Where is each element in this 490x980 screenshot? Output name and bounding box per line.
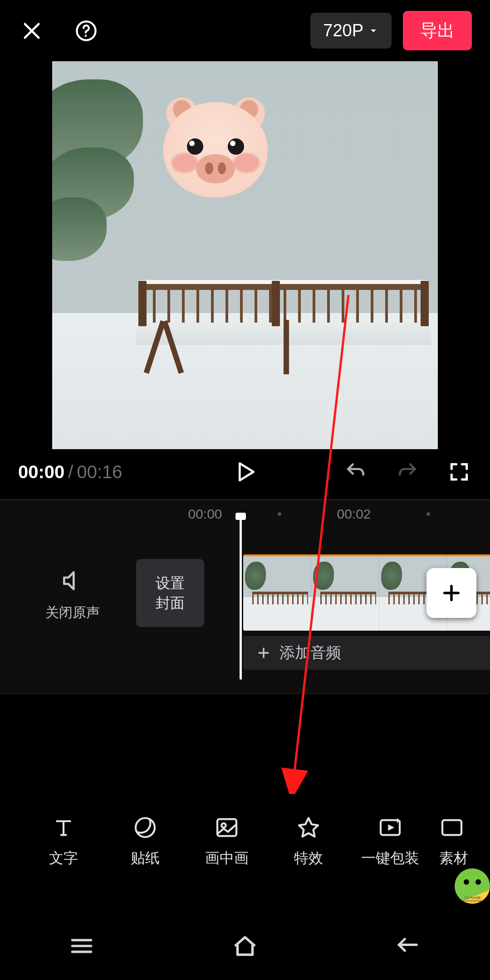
pig-sticker[interactable] — [163, 102, 268, 197]
plus-icon — [440, 581, 463, 605]
header-bar: 720P 导出 — [0, 0, 490, 61]
nav-home-button[interactable] — [227, 928, 263, 964]
clip-frame — [311, 556, 379, 631]
transport-bar: 00:00 / 00:16 — [0, 449, 490, 499]
export-button[interactable]: 导出 — [403, 11, 472, 50]
fullscreen-button[interactable] — [446, 459, 472, 485]
system-nav-bar — [0, 912, 490, 980]
pip-icon — [214, 815, 240, 840]
tool-label: 画中画 — [205, 848, 249, 868]
clip-frame — [243, 556, 311, 631]
tool-bar[interactable]: 文字 贴纸 画中画 特效 一键包装 素材 — [0, 799, 490, 885]
svg-point-11 — [136, 818, 155, 837]
back-icon — [394, 932, 422, 960]
export-label: 导出 — [420, 21, 455, 40]
undo-button[interactable] — [343, 459, 368, 485]
ruler-tick: 00:02 — [327, 506, 381, 522]
svg-marker-14 — [299, 818, 318, 837]
set-cover-button[interactable]: 设置 封面 — [136, 559, 204, 627]
timecode: 00:00 / 00:16 — [18, 462, 122, 482]
tool-label: 特效 — [294, 848, 323, 868]
add-audio-label: 添加音频 — [279, 642, 341, 663]
tool-text[interactable]: 文字 — [23, 815, 104, 868]
tool-package[interactable]: 一键包装 — [349, 815, 431, 868]
mute-label: 关闭原声 — [45, 603, 100, 622]
tool-label: 一键包装 — [361, 848, 419, 868]
text-icon — [51, 815, 76, 840]
chevron-down-icon — [368, 25, 379, 36]
redo-button[interactable] — [395, 459, 420, 485]
tool-effect[interactable]: 特效 — [268, 815, 349, 868]
add-clip-button[interactable] — [426, 568, 476, 618]
svg-rect-17 — [442, 820, 461, 835]
timeline[interactable]: 00:00 00:02 关闭原声 设置 封面 添加音频 — [0, 499, 490, 694]
ruler-dot — [278, 512, 281, 516]
package-icon — [377, 815, 403, 840]
ruler-dot — [426, 512, 430, 516]
ruler-tick: 00:00 — [178, 506, 232, 522]
resolution-label: 720P — [323, 21, 363, 40]
tool-label: 文字 — [49, 848, 78, 868]
sticker-icon — [132, 815, 158, 840]
cover-label-line2: 封面 — [156, 593, 185, 613]
menu-icon — [68, 932, 96, 960]
speaker-icon — [60, 568, 85, 593]
svg-marker-4 — [240, 463, 253, 480]
duration: 00:16 — [77, 462, 122, 482]
home-icon — [230, 931, 260, 961]
star-icon — [296, 815, 321, 840]
play-button[interactable] — [232, 459, 258, 485]
mute-original-audio[interactable]: 关闭原声 — [45, 568, 100, 622]
current-time: 00:00 — [18, 462, 64, 482]
nav-back-button[interactable] — [390, 928, 426, 964]
tool-material[interactable]: 素材 — [431, 815, 476, 868]
material-icon — [439, 815, 465, 840]
add-audio-button[interactable]: 添加音频 — [243, 636, 490, 670]
svg-marker-16 — [388, 824, 394, 831]
close-icon[interactable] — [18, 17, 45, 44]
cover-label-line1: 设置 — [156, 573, 185, 593]
site-watermark: 三公子游戏网www.sangongzi — [455, 868, 490, 904]
resolution-dropdown[interactable]: 720P — [310, 13, 392, 49]
svg-point-13 — [221, 823, 225, 828]
time-separator: / — [68, 462, 73, 482]
playhead[interactable] — [240, 514, 242, 680]
video-preview[interactable] — [52, 61, 438, 449]
plus-icon — [256, 645, 271, 661]
help-icon[interactable] — [73, 17, 100, 44]
tool-label: 贴纸 — [131, 848, 160, 868]
tool-sticker[interactable]: 贴纸 — [104, 815, 186, 868]
svg-marker-5 — [64, 572, 74, 589]
svg-point-3 — [85, 34, 87, 37]
tool-label: 素材 — [439, 848, 468, 868]
tool-pip[interactable]: 画中画 — [186, 815, 268, 868]
nav-menu-button[interactable] — [64, 928, 100, 964]
